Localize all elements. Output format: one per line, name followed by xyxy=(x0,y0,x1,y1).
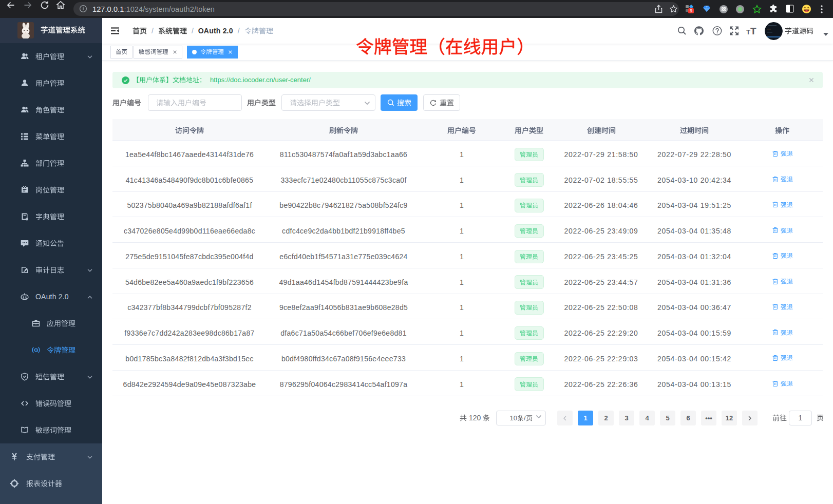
svg-text:T: T xyxy=(750,26,756,36)
svg-text:T: T xyxy=(746,28,750,36)
svg-text:9: 9 xyxy=(690,8,692,13)
